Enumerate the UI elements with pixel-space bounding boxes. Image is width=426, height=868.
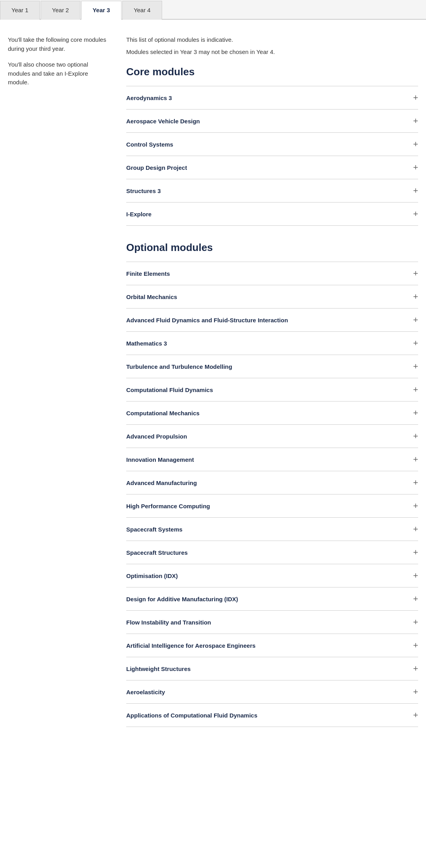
optional-module-row[interactable]: Applications of Computational Fluid Dyna…: [126, 704, 418, 727]
main-content: You'll take the following core modules d…: [0, 20, 426, 758]
module-name: Orbital Mechanics: [126, 294, 177, 300]
tab-year3[interactable]: Year 3: [81, 1, 121, 20]
module-name: Structures 3: [126, 188, 161, 194]
expand-icon: +: [413, 664, 418, 673]
expand-icon: +: [413, 595, 418, 603]
module-name: Aerodynamics 3: [126, 95, 172, 101]
module-name: Innovation Management: [126, 456, 194, 463]
module-name: Applications of Computational Fluid Dyna…: [126, 712, 258, 719]
optional-module-row[interactable]: Advanced Fluid Dynamics and Fluid-Struct…: [126, 309, 418, 332]
expand-icon: +: [413, 571, 418, 580]
expand-icon: +: [413, 163, 418, 172]
core-module-row[interactable]: Structures 3 +: [126, 179, 418, 203]
expand-icon: +: [413, 641, 418, 650]
optional-module-row[interactable]: Artificial Intelligence for Aerospace En…: [126, 634, 418, 657]
optional-module-row[interactable]: Spacecraft Systems +: [126, 518, 418, 541]
info-text-2: Modules selected in Year 3 may not be ch…: [126, 48, 418, 57]
module-name: Advanced Manufacturing: [126, 480, 197, 486]
module-name: Artificial Intelligence for Aerospace En…: [126, 642, 256, 649]
module-name: I-Explore: [126, 211, 151, 217]
expand-icon: +: [413, 269, 418, 278]
core-module-row[interactable]: Aerospace Vehicle Design +: [126, 110, 418, 133]
module-name: Flow Instability and Transition: [126, 619, 211, 626]
expand-icon: +: [413, 455, 418, 464]
expand-icon: +: [413, 93, 418, 102]
module-name: Lightweight Structures: [126, 665, 191, 672]
expand-icon: +: [413, 117, 418, 125]
core-module-row[interactable]: Group Design Project +: [126, 156, 418, 179]
module-name: Advanced Propulsion: [126, 433, 187, 440]
module-name: Aeroelasticity: [126, 689, 165, 695]
expand-icon: +: [413, 316, 418, 324]
optional-module-row[interactable]: High Performance Computing +: [126, 494, 418, 518]
core-module-row[interactable]: Control Systems +: [126, 133, 418, 156]
expand-icon: +: [413, 409, 418, 417]
expand-icon: +: [413, 688, 418, 696]
optional-module-row[interactable]: Innovation Management +: [126, 448, 418, 471]
optional-module-row[interactable]: Flow Instability and Transition +: [126, 611, 418, 634]
core-module-row[interactable]: I-Explore +: [126, 203, 418, 226]
expand-icon: +: [413, 292, 418, 301]
optional-module-row[interactable]: Aeroelasticity +: [126, 680, 418, 704]
expand-icon: +: [413, 525, 418, 533]
optional-modules-list: Finite Elements + Orbital Mechanics + Ad…: [126, 262, 418, 727]
expand-icon: +: [413, 140, 418, 149]
module-name: Turbulence and Turbulence Modelling: [126, 363, 232, 370]
optional-module-row[interactable]: Orbital Mechanics +: [126, 285, 418, 309]
expand-icon: +: [413, 548, 418, 557]
left-para1: You'll take the following core modules d…: [8, 35, 110, 53]
year-tabs: Year 1 Year 2 Year 3 Year 4: [0, 0, 426, 20]
module-name: Computational Mechanics: [126, 410, 200, 416]
module-name: Advanced Fluid Dynamics and Fluid-Struct…: [126, 317, 288, 323]
module-name: Aerospace Vehicle Design: [126, 118, 200, 125]
optional-module-row[interactable]: Advanced Manufacturing +: [126, 471, 418, 494]
module-name: Spacecraft Structures: [126, 549, 188, 556]
left-para2: You'll also choose two optional modules …: [8, 60, 110, 87]
core-modules-title: Core modules: [126, 66, 418, 78]
expand-icon: +: [413, 210, 418, 218]
core-modules-list: Aerodynamics 3 + Aerospace Vehicle Desig…: [126, 86, 418, 226]
optional-modules-title: Optional modules: [126, 242, 418, 254]
right-column: This list of optional modules is indicat…: [126, 35, 418, 743]
module-name: Mathematics 3: [126, 340, 167, 347]
optional-module-row[interactable]: Computational Mechanics +: [126, 401, 418, 425]
optional-module-row[interactable]: Spacecraft Structures +: [126, 541, 418, 564]
optional-module-row[interactable]: Mathematics 3 +: [126, 332, 418, 355]
module-name: Finite Elements: [126, 270, 170, 277]
module-name: Design for Additive Manufacturing (IDX): [126, 596, 238, 602]
expand-icon: +: [413, 478, 418, 487]
module-name: Optimisation (IDX): [126, 572, 178, 579]
expand-icon: +: [413, 186, 418, 195]
optional-module-row[interactable]: Design for Additive Manufacturing (IDX) …: [126, 587, 418, 611]
expand-icon: +: [413, 618, 418, 626]
module-name: Control Systems: [126, 141, 173, 148]
optional-module-row[interactable]: Finite Elements +: [126, 262, 418, 285]
info-text-1: This list of optional modules is indicat…: [126, 35, 418, 45]
tab-year2[interactable]: Year 2: [41, 1, 80, 20]
core-module-row[interactable]: Aerodynamics 3 +: [126, 86, 418, 110]
optional-module-row[interactable]: Turbulence and Turbulence Modelling +: [126, 355, 418, 378]
expand-icon: +: [413, 711, 418, 719]
left-column: You'll take the following core modules d…: [8, 35, 110, 743]
module-name: Spacecraft Systems: [126, 526, 183, 533]
optional-module-row[interactable]: Computational Fluid Dynamics +: [126, 378, 418, 401]
expand-icon: +: [413, 339, 418, 348]
expand-icon: +: [413, 385, 418, 394]
expand-icon: +: [413, 502, 418, 510]
tab-year4[interactable]: Year 4: [122, 1, 162, 20]
expand-icon: +: [413, 432, 418, 441]
module-name: Computational Fluid Dynamics: [126, 387, 213, 393]
expand-icon: +: [413, 362, 418, 371]
optional-module-row[interactable]: Lightweight Structures +: [126, 657, 418, 680]
optional-module-row[interactable]: Optimisation (IDX) +: [126, 564, 418, 587]
module-name: Group Design Project: [126, 164, 187, 171]
optional-module-row[interactable]: Advanced Propulsion +: [126, 425, 418, 448]
module-name: High Performance Computing: [126, 503, 210, 509]
tab-year1[interactable]: Year 1: [0, 1, 40, 20]
